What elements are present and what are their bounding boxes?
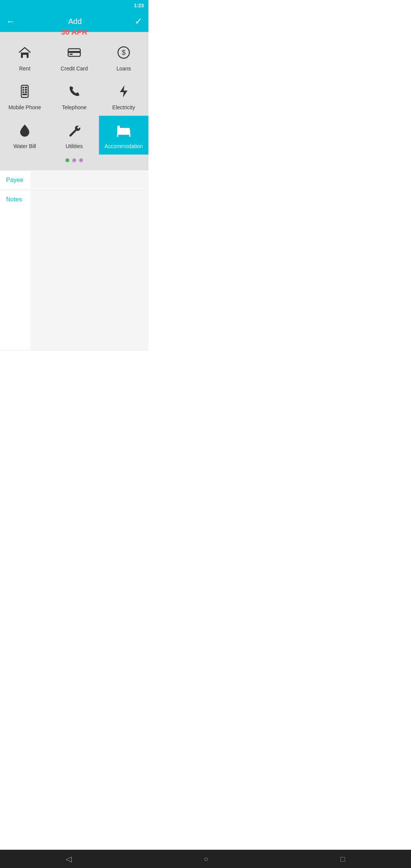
svg-rect-4 [70, 54, 73, 55]
svg-rect-8 [22, 87, 24, 88]
confirm-button[interactable]: ✓ [135, 16, 142, 27]
notes-input[interactable] [30, 190, 148, 350]
svg-marker-15 [120, 85, 127, 97]
category-loans[interactable]: $ Loans [99, 38, 148, 77]
category-accommodation[interactable]: Accommodation [99, 116, 148, 155]
category-telephone[interactable]: Telephone [49, 77, 99, 116]
house-icon [17, 45, 32, 62]
category-section: Rent Credit Card $ Loans [0, 32, 148, 171]
category-mobile-phone[interactable]: Mobile Phone [0, 77, 49, 116]
dollar-icon: $ [116, 45, 131, 62]
credit-card-icon [67, 45, 82, 62]
mobile-icon [17, 84, 32, 101]
pagination-dots [0, 155, 148, 168]
header: ← Add 30 APR ✓ [0, 11, 148, 32]
back-button[interactable]: ← [6, 16, 15, 27]
payee-label: Payee [0, 171, 30, 190]
notes-label: Notes [0, 190, 30, 209]
form-section: Payee Notes [0, 171, 148, 350]
water-bill-label: Water Bill [13, 143, 36, 149]
bolt-icon [116, 84, 131, 101]
status-time: 1:23 [134, 3, 144, 8]
svg-rect-14 [22, 94, 27, 95]
category-credit-card[interactable]: Credit Card [49, 38, 99, 77]
svg-point-23 [120, 128, 122, 131]
dot-3[interactable] [79, 158, 83, 162]
payee-input[interactable] [30, 171, 148, 189]
bed-icon [116, 123, 131, 140]
category-electricity[interactable]: Electricity [99, 77, 148, 116]
credit-card-label: Credit Card [61, 65, 88, 72]
notes-row: Notes [0, 190, 148, 350]
category-utilities[interactable]: Utilities [49, 116, 99, 155]
electricity-label: Electricity [112, 104, 135, 110]
svg-rect-3 [68, 51, 80, 53]
category-rent[interactable]: Rent [0, 38, 49, 77]
accommodation-label: Accommodation [105, 143, 143, 149]
svg-rect-1 [23, 55, 27, 58]
rent-label: Rent [19, 65, 30, 72]
category-grid: Rent Credit Card $ Loans [0, 38, 148, 155]
utilities-label: Utilities [65, 143, 83, 149]
svg-rect-10 [22, 89, 24, 91]
category-water-bill[interactable]: Water Bill [0, 116, 49, 155]
wrench-icon [67, 123, 82, 140]
svg-rect-21 [117, 126, 119, 132]
svg-rect-11 [25, 89, 27, 91]
phone-icon [67, 84, 82, 101]
svg-rect-13 [25, 91, 27, 93]
svg-rect-9 [25, 87, 27, 88]
svg-text:$: $ [122, 49, 126, 56]
telephone-label: Telephone [62, 104, 87, 110]
mobile-phone-label: Mobile Phone [8, 104, 41, 110]
status-bar: 1:23 [0, 0, 148, 11]
loans-label: Loans [116, 65, 131, 72]
water-icon [17, 123, 32, 140]
dot-2[interactable] [72, 158, 76, 162]
svg-rect-12 [22, 91, 24, 93]
payee-row: Payee [0, 171, 148, 190]
dot-1[interactable] [65, 158, 69, 162]
